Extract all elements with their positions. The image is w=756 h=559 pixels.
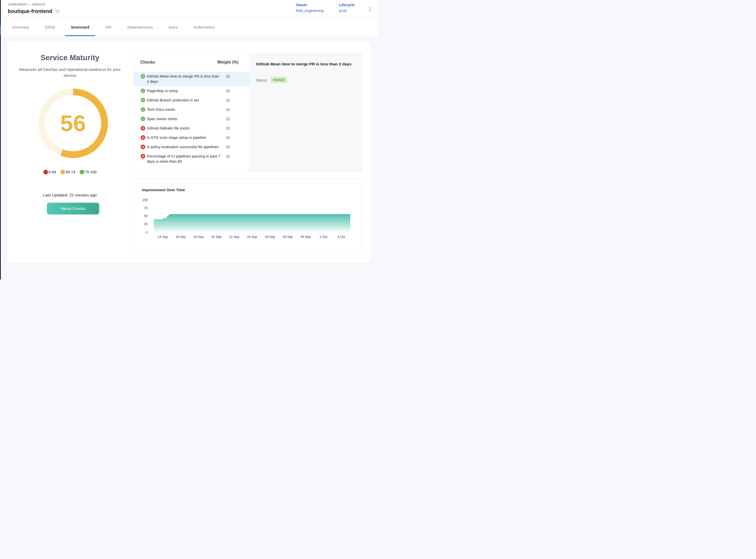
score-value: 56: [39, 89, 108, 158]
scorecard-card: Service Maturity Measures all DevOps and…: [6, 42, 371, 263]
check-label: Spec owner exists: [147, 116, 221, 121]
svg-text:16 Sep: 16 Sep: [175, 235, 186, 239]
meta-value-link[interactable]: prod: [339, 8, 354, 13]
svg-text:Improvement Over Time: Improvement Over Time: [142, 188, 185, 192]
check-label: Percentage of CI pipelines passing in pa…: [147, 154, 221, 164]
checks-column-header: Checks: [140, 60, 155, 65]
svg-text:14 Sep: 14 Sep: [158, 235, 168, 239]
last-updated-text: Last Updated: 22 minutes ago: [6, 193, 133, 198]
legend-item: 50-74: [61, 170, 75, 174]
meta-item: Owner field_engineering: [296, 3, 323, 13]
checks-list-panel: Checks Weight (%) ✓ GitHub Mean time to …: [134, 54, 250, 171]
check-row[interactable]: ✕ Percentage of CI pipelines passing in …: [134, 152, 250, 166]
svg-text:2 Oct: 2 Oct: [320, 235, 327, 239]
check-detail-panel: GitHub Mean time to merge PR is less tha…: [250, 54, 361, 171]
check-row[interactable]: ✓ Spec owner exists 11: [134, 114, 250, 124]
check-status-icon: ✕: [141, 135, 145, 140]
check-weight: 11: [226, 74, 239, 79]
legend-dot-icon: [43, 170, 48, 174]
svg-text:0: 0: [146, 231, 147, 234]
weight-column-header: Weight (%): [217, 60, 239, 65]
check-row[interactable]: ✕ Is STO scan stage setup in pipeline 11: [134, 133, 250, 142]
favorite-star-icon[interactable]: [55, 8, 60, 14]
check-status-icon: ✓: [141, 74, 145, 79]
check-row[interactable]: ✕ Is policy evaluation successful for pi…: [134, 142, 250, 152]
check-label: Pagerduty is setup: [147, 88, 221, 93]
scorecard-title: Service Maturity: [6, 53, 133, 62]
check-weight: 11: [226, 97, 239, 103]
check-label: GitHub Mean time to merge PR is less tha…: [147, 74, 221, 84]
check-row[interactable]: ✓ GitHub Branch protection is set 11: [134, 95, 250, 105]
check-weight: 11: [226, 154, 239, 159]
check-label: GitHub Branch protection is set: [147, 97, 221, 103]
meta-label: Lifecycle: [339, 3, 354, 7]
check-status-icon: ✕: [141, 154, 145, 159]
tab[interactable]: Docs: [169, 18, 178, 37]
tab-label: Kubernetes: [194, 25, 214, 29]
tab-label: API: [105, 25, 111, 29]
svg-text:20 Sep: 20 Sep: [211, 235, 222, 239]
check-row[interactable]: ✓ GitHub Mean time to merge PR is less t…: [134, 72, 250, 86]
legend-dot-icon: [61, 170, 65, 174]
tab-label: Overview: [12, 25, 29, 29]
meta-label: Owner: [296, 3, 323, 7]
tab-label: CI/CD: [45, 25, 55, 29]
checks-container: Checks Weight (%) ✓ GitHub Mean time to …: [133, 53, 362, 171]
check-label: GitHub Gitleaks file exists: [147, 126, 221, 131]
check-weight: 11: [226, 116, 239, 121]
improvement-chart-container: Improvement Over Time025507510014 Sep16 …: [133, 179, 362, 252]
score-legend: 0-49 50-74 75-100: [6, 170, 133, 174]
meta-value-link[interactable]: field_engineering: [296, 8, 323, 13]
check-detail-title: GitHub Mean time to merge PR is less tha…: [256, 61, 353, 67]
overflow-menu-icon[interactable]: [368, 6, 371, 13]
header-meta: Owner field_engineering Lifecycle prod: [296, 3, 354, 13]
check-weight: 11: [226, 126, 239, 131]
svg-text:22 Sep: 22 Sep: [229, 235, 239, 239]
svg-text:100: 100: [142, 198, 147, 202]
sidebar-active-indicator: [0, 26, 1, 35]
collapsed-sidebar[interactable]: [0, 0, 1, 280]
svg-text:18 Sep: 18 Sep: [193, 235, 204, 239]
score-gauge: 56: [39, 89, 108, 158]
page-header: COMPONENT — SERVICE boutique-frontend Ow…: [1, 0, 378, 17]
check-weight: 11: [226, 107, 239, 112]
check-row[interactable]: ✓ Tech Docs exists 11: [134, 105, 250, 114]
svg-text:26 Sep: 26 Sep: [265, 235, 275, 239]
improvement-over-time-chart: Improvement Over Time025507510014 Sep16 …: [134, 179, 361, 252]
check-status-icon: ✕: [141, 126, 145, 131]
svg-text:30 Sep: 30 Sep: [300, 235, 311, 239]
check-label: Tech Docs exists: [147, 107, 221, 112]
legend-dot-icon: [79, 170, 84, 174]
meta-item: Lifecycle prod: [339, 3, 354, 13]
check-status-icon: ✓: [141, 116, 145, 121]
scorecard-subtitle: Measures all DevOps and Operational read…: [14, 66, 126, 79]
check-row[interactable]: ✕ GitHub Gitleaks file exists 11: [134, 124, 250, 133]
tab[interactable]: API: [105, 18, 111, 37]
tab-label: Scorecard: [71, 25, 89, 29]
tab[interactable]: Kubernetes: [194, 18, 214, 37]
check-weight: 11: [226, 88, 239, 93]
tab[interactable]: Scorecard: [71, 18, 89, 37]
check-status-icon: ✓: [141, 98, 145, 103]
service-maturity-panel: Service Maturity Measures all DevOps and…: [6, 42, 133, 263]
svg-text:75: 75: [144, 206, 147, 210]
entity-tabs: OverviewCI/CDScorecardAPIDependenciesDoc…: [1, 18, 378, 37]
tab[interactable]: Overview: [12, 18, 29, 37]
legend-label: 0-49: [48, 170, 56, 174]
status-badge: PASSED: [271, 77, 287, 83]
tab[interactable]: Dependencies: [128, 18, 153, 37]
status-label: Status:: [256, 78, 268, 82]
svg-text:50: 50: [144, 214, 147, 218]
tab-label: Docs: [169, 25, 178, 29]
check-weight: 11: [226, 135, 239, 140]
legend-item: 75-100: [79, 170, 96, 174]
check-label: Is STO scan stage setup in pipeline: [147, 135, 221, 140]
check-status-icon: ✓: [141, 89, 145, 93]
tab[interactable]: CI/CD: [45, 18, 55, 37]
check-row[interactable]: ✓ Pagerduty is setup 11: [134, 86, 250, 95]
svg-text:25: 25: [144, 222, 147, 226]
svg-text:28 Sep: 28 Sep: [282, 235, 293, 239]
page-title: boutique-frontend: [8, 8, 52, 14]
rerun-checks-button[interactable]: Rerun Checks: [47, 203, 99, 214]
check-status-icon: ✕: [141, 144, 145, 149]
